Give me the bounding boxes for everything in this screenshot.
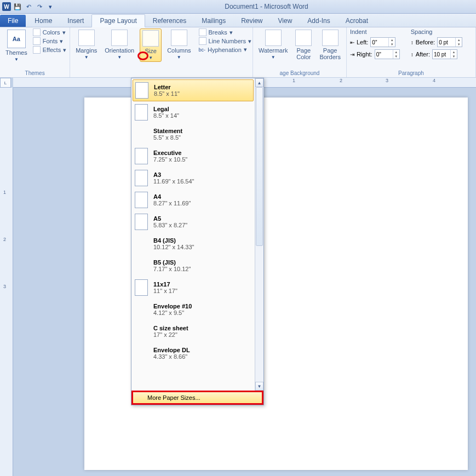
tab-insert[interactable]: Insert — [60, 15, 91, 27]
scroll-up-icon[interactable]: ▲ — [255, 78, 263, 87]
colors-button[interactable]: Colors ▾ — [33, 28, 66, 36]
spinner-icon[interactable]: ▲▼ — [388, 38, 395, 47]
size-option-b5-jis-[interactable]: B5 (JIS)7.17" x 10.12" — [133, 255, 254, 277]
size-option-name: B5 (JIS) — [153, 259, 191, 266]
line-numbers-button[interactable]: Line Numbers ▾ — [199, 37, 251, 45]
indent-right-label: Right: — [357, 51, 372, 58]
redo-icon[interactable]: ↷ — [35, 2, 44, 11]
watermark-button[interactable]: Watermark ▼ — [256, 28, 290, 61]
themes-label: Themes — [5, 49, 27, 56]
tab-acrobat[interactable]: Acrobat — [338, 15, 376, 27]
columns-button[interactable]: Columns ▼ — [165, 28, 193, 61]
hyphenation-button[interactable]: bc‑Hyphenation ▾ — [199, 46, 251, 53]
ruler-mark: 3 — [3, 284, 6, 289]
line-numbers-icon — [199, 37, 207, 45]
size-option-envelope-dl[interactable]: Envelope DL4.33" x 8.66" — [133, 342, 254, 364]
spacing-header: Spacing — [411, 28, 462, 35]
size-option-c-size-sheet[interactable]: C size sheet17" x 22" — [133, 320, 254, 342]
save-icon[interactable]: 💾 — [13, 2, 22, 11]
tab-file[interactable]: File — [0, 15, 26, 27]
vertical-ruler[interactable]: 1 2 3 — [0, 88, 13, 476]
indent-right-input[interactable]: 0"▲▼ — [375, 49, 400, 59]
space-before-value: 0 pt — [439, 39, 448, 45]
breaks-button[interactable]: Breaks ▾ — [199, 28, 251, 36]
tab-view[interactable]: View — [271, 15, 300, 27]
orientation-label: Orientation — [105, 47, 134, 54]
scroll-down-icon[interactable]: ▼ — [255, 382, 263, 391]
size-option-name: C size sheet — [153, 325, 188, 331]
ruler-mark: 4 — [433, 78, 435, 83]
fonts-button[interactable]: Fonts ▾ — [33, 37, 66, 45]
size-option-b4-jis-[interactable]: B4 (JIS)10.12" x 14.33" — [133, 233, 254, 255]
indent-left-input[interactable]: 0"▲▼ — [370, 37, 395, 47]
page-borders-button[interactable]: Page Borders — [317, 28, 343, 61]
size-option-dimensions: 5.5" x 8.5" — [153, 134, 182, 141]
size-option-envelope-10[interactable]: Envelope #104.12" x 9.5" — [133, 299, 254, 320]
tab-home[interactable]: Home — [27, 15, 60, 27]
tab-mailings[interactable]: Mailings — [194, 15, 233, 27]
size-button[interactable]: Size ▼ — [140, 28, 162, 62]
size-option-dimensions: 7.17" x 10.12" — [153, 266, 191, 272]
ruler-mark: 1 — [3, 190, 6, 195]
undo-icon[interactable]: ↶ — [24, 2, 33, 11]
group-page-background: Watermark ▼ Page Color Page Borders age … — [253, 27, 347, 77]
indent-header: Indent — [350, 28, 400, 35]
size-option-statement[interactable]: Statement5.5" x 8.5" — [133, 123, 254, 145]
margins-button[interactable]: Margins ▼ — [73, 28, 99, 61]
watermark-label: Watermark — [259, 47, 288, 54]
colors-label: Colors — [43, 29, 60, 36]
spinner-icon[interactable]: ▲▼ — [450, 50, 457, 59]
effects-button[interactable]: Effects ▾ — [33, 46, 66, 54]
size-option-a3[interactable]: A311.69" x 16.54" — [133, 167, 254, 189]
size-option-a5[interactable]: A55.83" x 8.27" — [133, 211, 254, 233]
size-option-dimensions: 8.27" x 11.69" — [153, 200, 191, 207]
space-before-label: Before: — [416, 39, 435, 45]
size-option-letter[interactable]: Letter8.5" x 11" — [133, 79, 254, 101]
ruler-mark: 2 — [3, 237, 6, 242]
group-themes: Aa Themes ▼ Colors ▾ Fonts ▾ Effects ▾ T… — [0, 27, 70, 77]
indent-left-value: 0" — [372, 39, 377, 45]
themes-button[interactable]: Aa Themes ▼ — [3, 28, 30, 63]
spinner-icon[interactable]: ▲▼ — [393, 50, 399, 59]
indent-left-label: Left: — [357, 39, 368, 45]
tab-selector[interactable]: L — [0, 78, 11, 88]
size-option-executive[interactable]: Executive7.25" x 10.5" — [133, 145, 254, 167]
size-option-list: Letter8.5" x 11"Legal8.5" x 14"Statement… — [131, 78, 255, 391]
size-option-dimensions: 17" x 22" — [153, 331, 188, 338]
dropdown-scrollbar[interactable]: ▲ ▼ — [255, 78, 263, 391]
word-app-icon[interactable]: W — [2, 2, 11, 11]
size-option-legal[interactable]: Legal8.5" x 14" — [133, 101, 254, 123]
tab-review[interactable]: Review — [233, 15, 270, 27]
breaks-icon — [199, 28, 207, 36]
size-option-dimensions: 7.25" x 10.5" — [153, 156, 187, 163]
columns-label: Columns — [167, 47, 191, 54]
space-before-icon: ↕ — [411, 39, 414, 45]
size-option-11x17[interactable]: 11x1711" x 17" — [133, 277, 254, 299]
size-option-a4[interactable]: A48.27" x 11.69" — [133, 189, 254, 211]
page-color-icon — [295, 30, 312, 46]
breaks-label: Breaks — [209, 29, 227, 36]
scroll-thumb[interactable] — [256, 87, 263, 246]
chevron-down-icon: ▼ — [177, 55, 181, 60]
tab-references[interactable]: References — [145, 15, 194, 27]
page-color-button[interactable]: Page Color — [293, 28, 314, 61]
indent-right-value: 0" — [376, 51, 381, 58]
size-option-dimensions: 4.12" x 9.5" — [153, 309, 192, 316]
tab-page-layout[interactable]: Page Layout — [91, 14, 145, 27]
space-before-input[interactable]: 0 pt▲▼ — [437, 37, 462, 47]
size-option-name: Envelope DL — [153, 347, 190, 353]
size-option-dimensions: 4.33" x 8.66" — [153, 353, 190, 360]
tab-addins[interactable]: Add-Ins — [300, 15, 337, 27]
paper-thumb-icon — [135, 170, 148, 186]
qat-customize-icon[interactable]: ▾ — [46, 2, 55, 11]
more-paper-sizes-label: More Paper Sizes... — [147, 394, 200, 401]
space-after-value: 10 pt — [434, 51, 446, 58]
margins-label: Margins — [76, 47, 97, 54]
space-after-input[interactable]: 10 pt▲▼ — [432, 49, 457, 59]
orientation-button[interactable]: Orientation ▼ — [102, 28, 136, 61]
chevron-down-icon: ▼ — [117, 55, 122, 60]
size-option-name: A3 — [153, 171, 194, 178]
more-paper-sizes-button[interactable]: More Paper Sizes... — [131, 391, 263, 405]
page-borders-icon — [322, 30, 339, 46]
spinner-icon[interactable]: ▲▼ — [455, 38, 462, 47]
